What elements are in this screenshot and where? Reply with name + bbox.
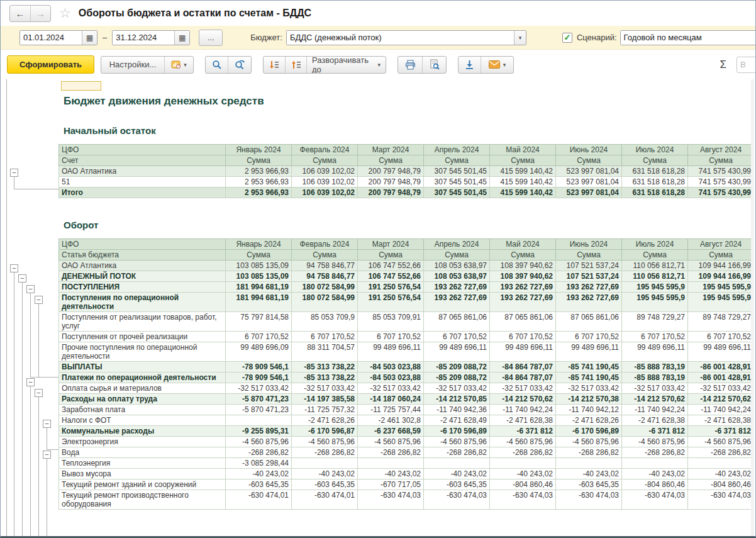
row-label[interactable]: Итого xyxy=(59,188,226,198)
cell-value[interactable]: 195 945 595,9 xyxy=(688,293,754,312)
cell-value[interactable]: -85 741 190,45 xyxy=(556,373,622,383)
column-header-month[interactable]: Апрель 2024 xyxy=(424,239,490,250)
print-preview-button[interactable] xyxy=(422,57,446,73)
cell-value[interactable]: -40 243,02 xyxy=(556,469,622,479)
cell-value[interactable]: 106 039 102,02 xyxy=(292,177,358,188)
cell-value[interactable]: 6 707 170,52 xyxy=(358,332,424,342)
cell-value[interactable]: 2 953 966,93 xyxy=(226,188,292,198)
cell-value[interactable]: 193 262 727,69 xyxy=(556,293,622,312)
cell-value[interactable]: -603 645,35 xyxy=(292,479,358,490)
cell-value[interactable]: -85 888 783,19 xyxy=(622,362,688,373)
budget-dropdown-button[interactable]: ▾ xyxy=(514,31,526,45)
row-label[interactable]: Платежи по операционной деятельности xyxy=(59,373,226,383)
cell-value[interactable]: -2 461 302,8 xyxy=(358,415,424,426)
cell-value[interactable]: -32 517 033,42 xyxy=(490,383,556,394)
cell-value[interactable]: 107 521 537,24 xyxy=(556,271,622,282)
cell-value[interactable]: 193 262 727,69 xyxy=(424,293,490,312)
column-header-sum[interactable]: Сумма xyxy=(688,250,754,261)
cell-value[interactable]: -85 313 738,22 xyxy=(292,362,358,373)
cell-value[interactable]: 180 072 584,99 xyxy=(292,293,358,312)
cell-value[interactable]: -630 474,03 xyxy=(622,490,688,510)
cell-value[interactable]: -32 517 033,42 xyxy=(226,383,292,394)
cell-value[interactable]: 109 944 166,99 xyxy=(688,261,754,271)
cell-value[interactable]: -4 560 875,96 xyxy=(226,437,292,447)
cell-value[interactable]: -6 371 812 xyxy=(490,426,556,437)
cell-value[interactable]: 631 518 618,28 xyxy=(622,188,688,198)
cell-value[interactable]: -603 645,35 xyxy=(556,479,622,490)
period-options-button[interactable]: ... xyxy=(199,30,223,46)
cell-value[interactable]: -11 725 757,32 xyxy=(292,405,358,415)
cell-value[interactable]: 307 545 501,45 xyxy=(424,188,490,198)
cell-value[interactable]: 180 072 584,99 xyxy=(292,282,358,293)
cell-value[interactable]: 99 489 696,11 xyxy=(358,342,424,362)
cell-value[interactable]: -85 313 738,22 xyxy=(292,373,358,383)
cell-value[interactable]: 195 945 595,9 xyxy=(688,282,754,293)
cell-value[interactable]: -86 001 428,91 xyxy=(688,362,754,373)
cell-value[interactable]: -4 560 875,96 xyxy=(490,437,556,447)
cell-value[interactable]: -40 243,02 xyxy=(424,469,490,479)
row-label[interactable]: ОАО Атлантика xyxy=(59,261,226,271)
cell-value[interactable]: -6 371 812 xyxy=(688,426,754,437)
cell-value[interactable]: 94 758 846,77 xyxy=(292,261,358,271)
cell-value[interactable]: -603 645,35 xyxy=(424,479,490,490)
cell-value[interactable]: -40 243,02 xyxy=(292,469,358,479)
column-header-sum[interactable]: Сумма xyxy=(424,155,490,166)
save-file-button[interactable] xyxy=(459,57,481,73)
cell-value[interactable]: -11 740 942,12 xyxy=(556,405,622,415)
cell-value[interactable]: -630 474,03 xyxy=(424,490,490,510)
cell-value[interactable]: 415 599 140,42 xyxy=(490,188,556,198)
cell-value[interactable]: 99 489 696,11 xyxy=(490,342,556,362)
cell-value[interactable]: -85 888 783,19 xyxy=(622,373,688,383)
cell-value[interactable]: 200 797 948,79 xyxy=(358,177,424,188)
cell-value[interactable]: 99 489 696,11 xyxy=(556,342,622,362)
cell-value[interactable]: 85 053 709,9 xyxy=(292,312,358,332)
column-header-sum[interactable]: Сумма xyxy=(358,250,424,261)
expand-to-button[interactable]: Разворачивать до ▾ xyxy=(306,57,386,73)
column-header[interactable]: Статья бюджета xyxy=(59,250,226,261)
cell-value[interactable]: -11 740 942,24 xyxy=(688,405,754,415)
cell-value[interactable]: 193 262 727,69 xyxy=(556,282,622,293)
cell-value[interactable]: 103 085 135,09 xyxy=(226,271,292,282)
cell-value[interactable]: 110 056 812,71 xyxy=(622,271,688,282)
cell-value[interactable]: 523 997 081,04 xyxy=(556,188,622,198)
column-header-month[interactable]: Март 2024 xyxy=(358,145,424,155)
cell-value[interactable]: 6 707 170,52 xyxy=(688,332,754,342)
cell-value[interactable]: 106 039 102,02 xyxy=(292,166,358,177)
row-label[interactable]: 51 xyxy=(59,177,226,188)
cell-value[interactable]: -11 740 942,24 xyxy=(622,405,688,415)
column-header-sum[interactable]: Сумма xyxy=(292,250,358,261)
cell-value[interactable]: 106 039 102,02 xyxy=(292,188,358,198)
cell-value[interactable]: 88 311 704,57 xyxy=(292,342,358,362)
cell-value[interactable] xyxy=(292,458,358,469)
cell-value[interactable]: 200 797 948,79 xyxy=(358,188,424,198)
cell-value[interactable]: -268 286,82 xyxy=(226,447,292,458)
cell-value[interactable]: 99 489 696,11 xyxy=(688,342,754,362)
column-header[interactable]: ЦФО xyxy=(59,145,226,155)
column-header-sum[interactable]: Сумма xyxy=(292,155,358,166)
cell-value[interactable]: 193 262 727,69 xyxy=(490,282,556,293)
column-header-sum[interactable]: Сумма xyxy=(490,155,556,166)
cell-value[interactable]: -11 725 757,44 xyxy=(358,405,424,415)
cell-value[interactable]: 109 944 166,99 xyxy=(688,271,754,282)
cell-value[interactable]: 741 575 430,99 xyxy=(688,166,754,177)
cell-value[interactable]: -32 517 033,42 xyxy=(556,383,622,394)
cell-value[interactable]: 191 250 576,54 xyxy=(358,293,424,312)
row-label[interactable]: Вывоз мусора xyxy=(59,469,226,479)
cell-value[interactable] xyxy=(424,458,490,469)
row-label[interactable]: Текущий ремонт производственного оборудо… xyxy=(59,490,226,510)
cell-value[interactable] xyxy=(226,415,292,426)
row-label[interactable]: Текущий ремонт зданий и сооружений xyxy=(59,479,226,490)
cell-value[interactable]: 108 397 940,62 xyxy=(490,261,556,271)
cell-value[interactable]: -630 474,01 xyxy=(226,490,292,510)
collapse-group-button[interactable]: − xyxy=(35,296,43,304)
cell-value[interactable]: 89 748 729,27 xyxy=(688,312,754,332)
cell-value[interactable]: -14 212 570,85 xyxy=(424,394,490,405)
send-email-button[interactable]: ▾ xyxy=(481,57,513,73)
cell-value[interactable]: -84 503 023,88 xyxy=(358,373,424,383)
cell-value[interactable]: 6 707 170,52 xyxy=(622,332,688,342)
cell-value[interactable]: -2 471 628,26 xyxy=(556,415,622,426)
cell-value[interactable]: -4 560 875,96 xyxy=(292,437,358,447)
row-label[interactable]: Заработная плата xyxy=(59,405,226,415)
column-header[interactable]: Счет xyxy=(59,155,226,166)
cell-value[interactable]: 108 053 638,97 xyxy=(424,261,490,271)
